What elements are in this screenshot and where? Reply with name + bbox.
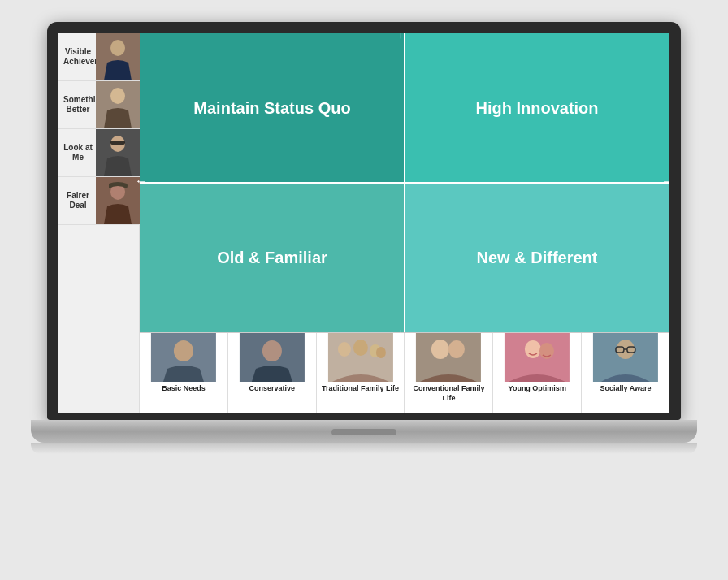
quadrant-label-maintain: Maintain Status Quo (187, 92, 357, 124)
laptop: Visible Achievement Something Better (31, 22, 697, 558)
bottom-photo-6 (582, 333, 670, 382)
sidebar-label: Visible Achievement (58, 44, 96, 70)
sidebar-photo-3 (96, 129, 140, 176)
bottom-cell-young-optimism: Young Optimism (493, 333, 582, 413)
svg-point-12 (262, 340, 282, 361)
sidebar-photo-1 (96, 33, 140, 80)
quadrant-area: Maintain Status Quo High Innovation Old … (140, 33, 670, 332)
bottom-cell-conservative: Conservative (228, 333, 317, 413)
laptop-screen-inner: Visible Achievement Something Better (58, 33, 670, 413)
laptop-notch (332, 429, 396, 435)
bottom-label-socially-aware: Socially Aware (599, 382, 653, 396)
sidebar-item-visible-achievement: Visible Achievement (58, 33, 139, 81)
laptop-screen-outer: Visible Achievement Something Better (47, 22, 681, 420)
svg-point-17 (376, 347, 386, 358)
quadrant-bottom-left: Old & Familiar (140, 183, 405, 332)
main-content: Maintain Status Quo High Innovation Old … (140, 33, 670, 413)
bottom-label-conventional-family: Conventional Family Life (405, 382, 492, 405)
sidebar-item-look-at-me: Look at Me (58, 129, 139, 177)
bottom-label-young-optimism: Young Optimism (507, 382, 568, 396)
sidebar-label: Look at Me (58, 140, 96, 166)
quadrant-label-high-innovation: High Innovation (469, 92, 604, 124)
bottom-photo-4 (405, 333, 492, 382)
svg-point-20 (448, 340, 465, 358)
bottom-label-basic-needs: Basic Needs (160, 382, 207, 396)
bottom-photo-3 (317, 333, 405, 382)
sidebar-label: Fairer Deal (58, 188, 96, 214)
bottom-label-traditional-family: Traditional Family Life (320, 382, 401, 396)
svg-rect-6 (110, 141, 125, 145)
bottom-cell-conventional-family: Conventional Family Life (405, 333, 493, 413)
sidebar-item-something-better: Something Better (58, 81, 139, 129)
svg-point-10 (174, 340, 193, 361)
bottom-cell-traditional-family: Traditional Family Life (317, 333, 405, 413)
svg-point-19 (431, 340, 449, 359)
laptop-shadow (31, 443, 697, 454)
sidebar: Visible Achievement Something Better (58, 33, 140, 413)
sidebar-item-fairer-deal: Fairer Deal (58, 177, 139, 225)
bottom-row: Basic Needs Conservative (140, 332, 670, 413)
svg-point-14 (338, 342, 351, 357)
quadrant-label-new-different: New & Different (470, 241, 604, 274)
quadrant-top-right: High Innovation (405, 33, 670, 183)
sidebar-photo-4 (96, 177, 140, 224)
bottom-photo-1 (140, 333, 228, 382)
sidebar-label: Something Better (58, 92, 96, 118)
sidebar-photo-2 (96, 81, 140, 128)
bottom-photo-2 (228, 333, 316, 382)
bottom-photo-5 (493, 333, 581, 382)
svg-point-15 (353, 340, 368, 356)
quadrant-label-old-familiar: Old & Familiar (210, 241, 334, 274)
laptop-base (31, 420, 697, 443)
bottom-cell-socially-aware: Socially Aware (582, 333, 670, 413)
bottom-cell-basic-needs: Basic Needs (140, 333, 228, 413)
quadrant-top-left: Maintain Status Quo (140, 33, 405, 183)
bottom-label-conservative: Conservative (247, 382, 297, 396)
svg-point-3 (110, 88, 125, 104)
quadrant-bottom-right: New & Different (405, 183, 670, 332)
svg-point-1 (110, 40, 125, 56)
